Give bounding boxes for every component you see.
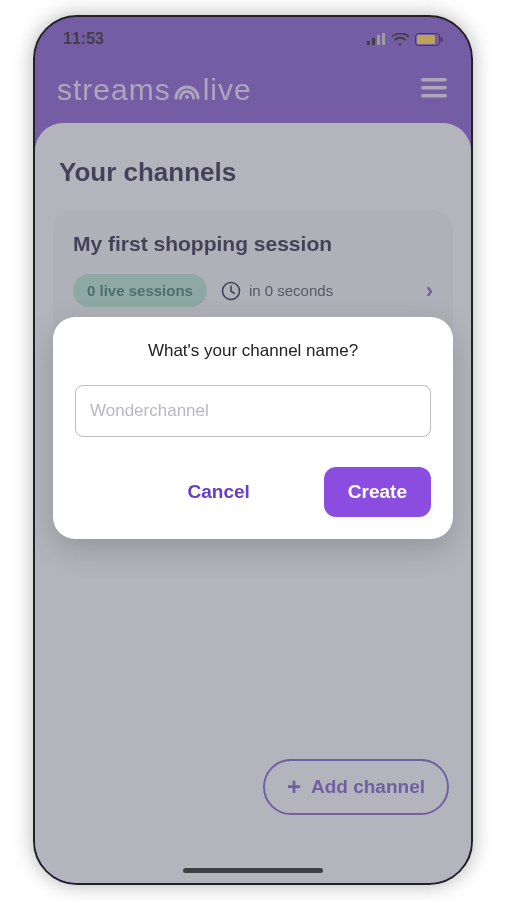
channel-name-input[interactable] — [75, 385, 431, 437]
dialog-title: What's your channel name? — [75, 341, 431, 361]
channel-name-dialog: What's your channel name? Cancel Create — [53, 317, 453, 539]
dialog-actions: Cancel Create — [75, 467, 431, 517]
phone-frame: 11:53 streams live — [33, 15, 473, 885]
cancel-button[interactable]: Cancel — [182, 471, 256, 513]
create-button[interactable]: Create — [324, 467, 431, 517]
